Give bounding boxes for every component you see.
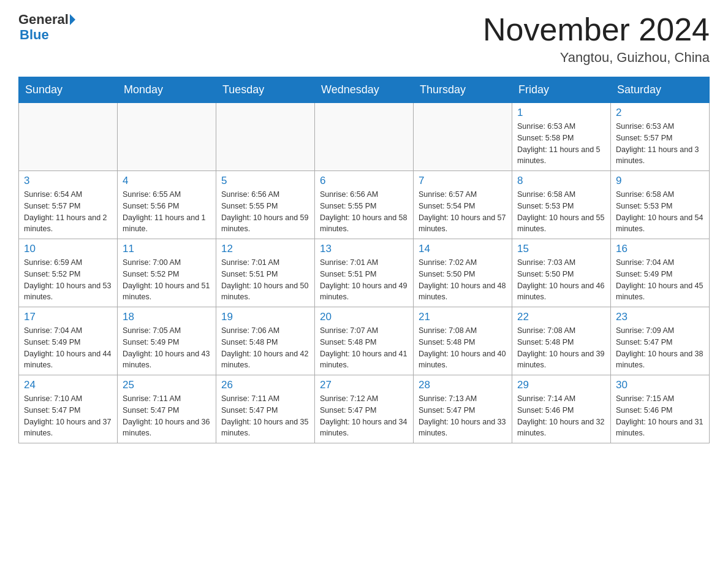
calendar-cell: 4Sunrise: 6:55 AMSunset: 5:56 PMDaylight… (118, 171, 216, 239)
day-info: Sunrise: 7:04 AMSunset: 5:49 PMDaylight:… (616, 257, 704, 303)
day-info: Sunrise: 6:57 AMSunset: 5:54 PMDaylight:… (419, 189, 507, 235)
calendar-cell (19, 103, 118, 171)
day-number: 6 (320, 175, 408, 187)
day-number: 8 (517, 175, 605, 187)
day-number: 30 (616, 379, 704, 391)
calendar-cell: 3Sunrise: 6:54 AMSunset: 5:57 PMDaylight… (19, 171, 118, 239)
day-info: Sunrise: 7:13 AMSunset: 5:47 PMDaylight:… (419, 393, 507, 439)
title-block: November 2024 Yangtou, Guizhou, China (483, 12, 710, 66)
day-info: Sunrise: 7:05 AMSunset: 5:49 PMDaylight:… (123, 325, 211, 371)
day-number: 14 (419, 243, 507, 255)
calendar-cell: 22Sunrise: 7:08 AMSunset: 5:48 PMDayligh… (512, 307, 611, 375)
calendar-cell: 27Sunrise: 7:12 AMSunset: 5:47 PMDayligh… (315, 375, 414, 443)
day-number: 25 (123, 379, 211, 391)
calendar-cell: 11Sunrise: 7:00 AMSunset: 5:52 PMDayligh… (118, 239, 216, 307)
day-info: Sunrise: 6:55 AMSunset: 5:56 PMDaylight:… (123, 189, 211, 235)
day-info: Sunrise: 7:10 AMSunset: 5:47 PMDaylight:… (24, 393, 112, 439)
week-row-1: 1Sunrise: 6:53 AMSunset: 5:58 PMDaylight… (19, 103, 710, 171)
calendar-cell: 21Sunrise: 7:08 AMSunset: 5:48 PMDayligh… (414, 307, 512, 375)
day-info: Sunrise: 6:53 AMSunset: 5:57 PMDaylight:… (616, 121, 704, 167)
logo-arrow-icon (70, 14, 75, 25)
logo-blue: Blue (20, 27, 49, 43)
calendar-cell (414, 103, 512, 171)
weekday-header-sunday: Sunday (19, 77, 118, 103)
day-number: 21 (419, 311, 507, 323)
calendar-cell: 20Sunrise: 7:07 AMSunset: 5:48 PMDayligh… (315, 307, 414, 375)
calendar-cell: 19Sunrise: 7:06 AMSunset: 5:48 PMDayligh… (216, 307, 315, 375)
page-header: General Blue November 2024 Yangtou, Guiz… (18, 12, 710, 66)
day-info: Sunrise: 7:14 AMSunset: 5:46 PMDaylight:… (517, 393, 605, 439)
calendar-cell (315, 103, 414, 171)
week-row-3: 10Sunrise: 6:59 AMSunset: 5:52 PMDayligh… (19, 239, 710, 307)
calendar-cell: 23Sunrise: 7:09 AMSunset: 5:47 PMDayligh… (611, 307, 710, 375)
day-info: Sunrise: 7:01 AMSunset: 5:51 PMDaylight:… (320, 257, 408, 303)
day-number: 10 (24, 243, 112, 255)
day-info: Sunrise: 6:53 AMSunset: 5:58 PMDaylight:… (517, 121, 605, 167)
day-number: 19 (221, 311, 309, 323)
calendar-cell: 16Sunrise: 7:04 AMSunset: 5:49 PMDayligh… (611, 239, 710, 307)
location: Yangtou, Guizhou, China (483, 50, 710, 66)
calendar-cell: 12Sunrise: 7:01 AMSunset: 5:51 PMDayligh… (216, 239, 315, 307)
day-number: 27 (320, 379, 408, 391)
day-number: 17 (24, 311, 112, 323)
day-info: Sunrise: 6:58 AMSunset: 5:53 PMDaylight:… (616, 189, 704, 235)
day-number: 3 (24, 175, 112, 187)
calendar-cell: 7Sunrise: 6:57 AMSunset: 5:54 PMDaylight… (414, 171, 512, 239)
day-info: Sunrise: 7:12 AMSunset: 5:47 PMDaylight:… (320, 393, 408, 439)
day-info: Sunrise: 7:11 AMSunset: 5:47 PMDaylight:… (123, 393, 211, 439)
calendar-cell: 10Sunrise: 6:59 AMSunset: 5:52 PMDayligh… (19, 239, 118, 307)
day-number: 22 (517, 311, 605, 323)
day-number: 23 (616, 311, 704, 323)
logo-general: General (18, 12, 69, 27)
calendar-cell: 30Sunrise: 7:15 AMSunset: 5:46 PMDayligh… (611, 375, 710, 443)
day-info: Sunrise: 7:01 AMSunset: 5:51 PMDaylight:… (221, 257, 309, 303)
calendar-cell: 14Sunrise: 7:02 AMSunset: 5:50 PMDayligh… (414, 239, 512, 307)
day-info: Sunrise: 7:02 AMSunset: 5:50 PMDaylight:… (419, 257, 507, 303)
day-number: 7 (419, 175, 507, 187)
calendar-cell: 28Sunrise: 7:13 AMSunset: 5:47 PMDayligh… (414, 375, 512, 443)
weekday-header-monday: Monday (118, 77, 216, 103)
calendar-cell: 15Sunrise: 7:03 AMSunset: 5:50 PMDayligh… (512, 239, 611, 307)
weekday-header-tuesday: Tuesday (216, 77, 315, 103)
month-title: November 2024 (483, 12, 710, 47)
day-number: 16 (616, 243, 704, 255)
day-info: Sunrise: 7:06 AMSunset: 5:48 PMDaylight:… (221, 325, 309, 371)
day-number: 20 (320, 311, 408, 323)
day-info: Sunrise: 7:15 AMSunset: 5:46 PMDaylight:… (616, 393, 704, 439)
calendar-cell: 9Sunrise: 6:58 AMSunset: 5:53 PMDaylight… (611, 171, 710, 239)
calendar-cell: 24Sunrise: 7:10 AMSunset: 5:47 PMDayligh… (19, 375, 118, 443)
day-info: Sunrise: 6:54 AMSunset: 5:57 PMDaylight:… (24, 189, 112, 235)
day-info: Sunrise: 7:08 AMSunset: 5:48 PMDaylight:… (419, 325, 507, 371)
day-number: 5 (221, 175, 309, 187)
calendar-cell: 25Sunrise: 7:11 AMSunset: 5:47 PMDayligh… (118, 375, 216, 443)
week-row-5: 24Sunrise: 7:10 AMSunset: 5:47 PMDayligh… (19, 375, 710, 443)
day-info: Sunrise: 7:11 AMSunset: 5:47 PMDaylight:… (221, 393, 309, 439)
day-number: 28 (419, 379, 507, 391)
day-info: Sunrise: 6:59 AMSunset: 5:52 PMDaylight:… (24, 257, 112, 303)
weekday-header-thursday: Thursday (414, 77, 512, 103)
calendar-cell: 5Sunrise: 6:56 AMSunset: 5:55 PMDaylight… (216, 171, 315, 239)
day-info: Sunrise: 7:07 AMSunset: 5:48 PMDaylight:… (320, 325, 408, 371)
weekday-header-row: SundayMondayTuesdayWednesdayThursdayFrid… (19, 77, 710, 103)
day-number: 24 (24, 379, 112, 391)
calendar-cell: 13Sunrise: 7:01 AMSunset: 5:51 PMDayligh… (315, 239, 414, 307)
calendar-cell: 17Sunrise: 7:04 AMSunset: 5:49 PMDayligh… (19, 307, 118, 375)
day-number: 11 (123, 243, 211, 255)
calendar-cell (216, 103, 315, 171)
day-info: Sunrise: 7:03 AMSunset: 5:50 PMDaylight:… (517, 257, 605, 303)
day-number: 29 (517, 379, 605, 391)
calendar-cell: 26Sunrise: 7:11 AMSunset: 5:47 PMDayligh… (216, 375, 315, 443)
day-number: 26 (221, 379, 309, 391)
day-number: 1 (517, 107, 605, 119)
calendar-cell (118, 103, 216, 171)
day-number: 2 (616, 107, 704, 119)
day-number: 9 (616, 175, 704, 187)
calendar-cell: 6Sunrise: 6:56 AMSunset: 5:55 PMDaylight… (315, 171, 414, 239)
weekday-header-saturday: Saturday (611, 77, 710, 103)
day-number: 18 (123, 311, 211, 323)
day-number: 15 (517, 243, 605, 255)
day-info: Sunrise: 7:09 AMSunset: 5:47 PMDaylight:… (616, 325, 704, 371)
calendar-cell: 29Sunrise: 7:14 AMSunset: 5:46 PMDayligh… (512, 375, 611, 443)
week-row-4: 17Sunrise: 7:04 AMSunset: 5:49 PMDayligh… (19, 307, 710, 375)
calendar-cell: 8Sunrise: 6:58 AMSunset: 5:53 PMDaylight… (512, 171, 611, 239)
